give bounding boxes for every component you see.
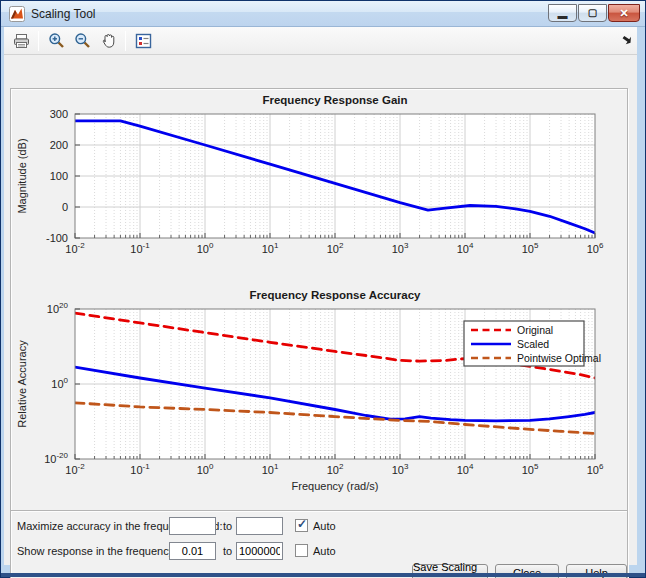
maximize-icon: ▢	[588, 8, 597, 18]
scaling-panel: 10-210-11001011021031041051063002001000-…	[10, 88, 628, 578]
matlab-icon[interactable]	[9, 6, 25, 22]
panel-divider	[11, 510, 627, 511]
maximize-band-from-field[interactable]	[169, 517, 216, 535]
x-tick-label: 10-2	[65, 462, 85, 476]
legend[interactable]: OriginalScaledPointwise Optimal	[464, 321, 601, 366]
maximize-band-to-field[interactable]	[236, 517, 283, 535]
zoom-in-button[interactable]	[44, 29, 68, 53]
pan-button[interactable]	[96, 29, 120, 53]
x-tick-label: 103	[392, 462, 409, 476]
scaling-tool-window: Scaling Tool ▬ ▢ ✕	[0, 0, 646, 578]
check-icon: ✓	[297, 517, 307, 531]
window-title: Scaling Tool	[31, 7, 96, 21]
maximize-auto-label: Auto	[313, 520, 336, 532]
x-tick-label: 106	[587, 462, 604, 476]
x-tick-label: 10-1	[130, 462, 150, 476]
maximize-auto-checkbox[interactable]: ✓	[295, 519, 308, 532]
x-tick-label: 101	[262, 462, 279, 476]
x-tick-label: 10-2	[65, 241, 85, 255]
y-tick-label: -100	[46, 232, 68, 244]
maximize-button[interactable]: ▢	[578, 4, 607, 22]
window-bottom-border	[1, 573, 645, 577]
client-area: 10-210-11001011021031041051063002001000-…	[4, 27, 637, 565]
x-tick-label: 100	[197, 241, 214, 255]
x-tick-label: 105	[522, 462, 539, 476]
legend-label-2: Pointwise Optimal	[517, 352, 601, 364]
x-tick-label: 102	[327, 462, 344, 476]
y-tick-label: 10-20	[44, 451, 68, 465]
legend-label-0: Original	[517, 324, 553, 336]
print-icon	[13, 33, 30, 49]
minimize-button[interactable]: ▬	[548, 4, 577, 22]
zoom-out-icon	[74, 32, 91, 49]
legend-toggle-button[interactable]	[131, 29, 155, 53]
print-button[interactable]	[9, 29, 33, 53]
charts-canvas: 10-210-11001011021031041051063002001000-…	[12, 90, 628, 510]
y-tick-label: 1020	[47, 301, 69, 315]
zoom-out-button[interactable]	[70, 29, 94, 53]
legend-label-1: Scaled	[517, 338, 549, 350]
zoom-in-icon	[48, 32, 65, 49]
toolbar-separator	[125, 31, 126, 51]
y-tick-label: 200	[50, 139, 68, 151]
x-tick-label: 101	[262, 241, 279, 255]
legend-icon	[135, 33, 152, 49]
to-label: to	[223, 520, 232, 532]
y-tick-label: 100	[51, 376, 68, 390]
x-tick-label: 10-1	[130, 241, 150, 255]
to-label: to	[223, 545, 232, 557]
plot-title: Frequency Response Accuracy	[250, 289, 421, 301]
x-tick-label: 102	[327, 241, 344, 255]
y-tick-label: 100	[50, 170, 68, 182]
show-auto-checkbox[interactable]: ✓	[295, 544, 308, 557]
toolbar-overflow-icon[interactable]	[621, 33, 633, 45]
x-tick-label: 100	[197, 462, 214, 476]
x-tick-label: 103	[392, 241, 409, 255]
show-band-from-field[interactable]	[169, 542, 216, 560]
toolbar	[4, 27, 637, 55]
close-button[interactable]: ✕	[608, 4, 640, 22]
x-tick-label: 106	[587, 241, 604, 255]
x-tick-label: 105	[522, 241, 539, 255]
plot-title: Frequency Response Gain	[262, 94, 407, 106]
pan-hand-icon	[100, 32, 117, 49]
x-tick-label: 104	[457, 241, 474, 255]
titlebar[interactable]: Scaling Tool ▬ ▢ ✕	[1, 1, 645, 27]
figure-workspace: 10-210-11001011021031041051063002001000-…	[4, 55, 637, 565]
toolbar-separator	[38, 31, 39, 51]
close-icon: ✕	[619, 8, 628, 19]
show-band-to-field[interactable]	[236, 542, 283, 560]
y-tick-label: 300	[50, 108, 68, 120]
y-axis-label: Relative Accuracy	[16, 340, 28, 428]
minimize-icon: ▬	[558, 11, 568, 21]
y-axis-label: Magnitude (dB)	[16, 138, 28, 213]
show-auto-label: Auto	[313, 545, 336, 557]
y-tick-label: 0	[62, 201, 68, 213]
x-axis-label: Frequency (rad/s)	[292, 480, 379, 492]
x-tick-label: 104	[457, 462, 474, 476]
